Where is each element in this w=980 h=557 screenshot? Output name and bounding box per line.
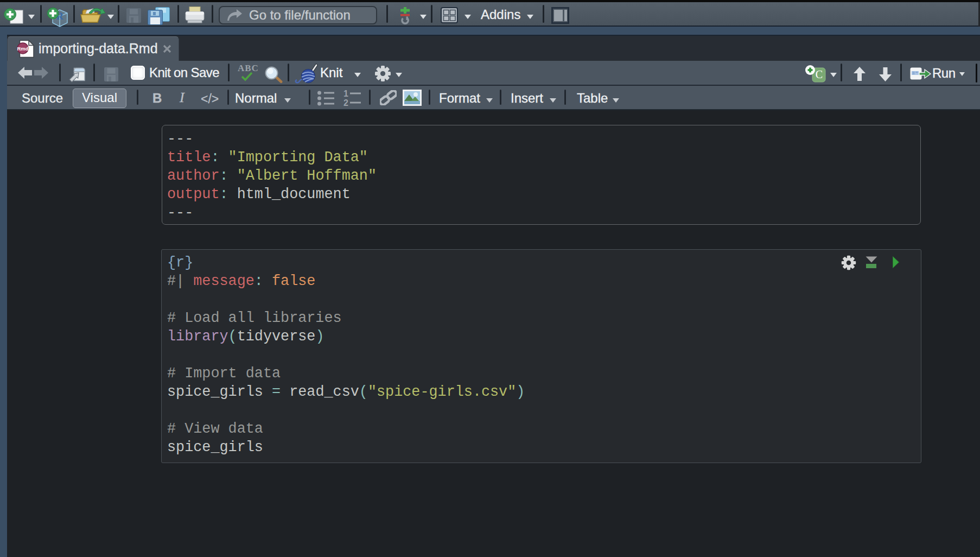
svg-text:C: C xyxy=(816,68,823,80)
svg-text:Rmd: Rmd xyxy=(17,46,28,52)
svg-text:1: 1 xyxy=(343,89,348,98)
svg-text:2: 2 xyxy=(343,98,348,107)
